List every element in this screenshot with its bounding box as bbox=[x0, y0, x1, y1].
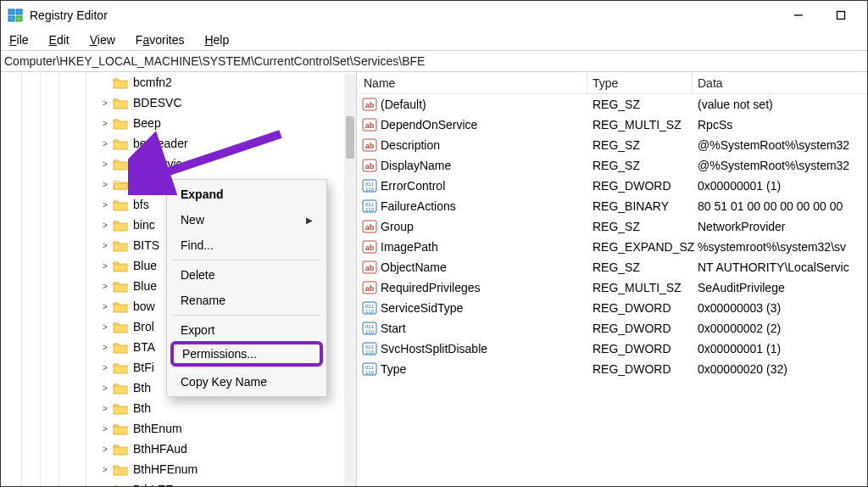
cm-export[interactable]: Export bbox=[169, 317, 325, 343]
list-row[interactable]: GroupREG_SZNetworkProvider bbox=[357, 216, 867, 237]
value-type: REG_DWORD bbox=[587, 362, 693, 376]
expand-chevron-icon[interactable]: > bbox=[99, 443, 111, 455]
menu-view[interactable]: View bbox=[85, 32, 120, 48]
tree-item[interactable]: bcmfn2 bbox=[1, 72, 356, 92]
menu-edit[interactable]: Edit bbox=[44, 32, 75, 48]
folder-icon bbox=[113, 382, 128, 395]
tree-item[interactable]: >Beep bbox=[1, 113, 356, 133]
value-data: 0x00000020 (32) bbox=[693, 362, 867, 376]
expand-chevron-icon[interactable]: > bbox=[99, 382, 111, 394]
value-name: FailureActions bbox=[381, 199, 587, 213]
list-row[interactable]: RequiredPrivilegesREG_MULTI_SZSeAuditPri… bbox=[357, 277, 867, 298]
expand-chevron-icon[interactable]: > bbox=[99, 178, 111, 190]
value-type: REG_BINARY bbox=[587, 199, 693, 213]
list-row[interactable]: TypeREG_DWORD0x00000020 (32) bbox=[357, 359, 867, 379]
value-name: ErrorControl bbox=[381, 179, 587, 193]
list-row[interactable]: ObjectNameREG_SZNT AUTHORITY\LocalServic bbox=[357, 257, 867, 277]
folder-icon bbox=[113, 402, 128, 415]
value-data: 0x00000002 (2) bbox=[693, 322, 867, 335]
value-data: 0x00000001 (1) bbox=[693, 342, 867, 355]
expand-chevron-icon[interactable]: > bbox=[99, 361, 111, 373]
list-row[interactable]: DescriptionREG_SZ@%SystemRoot%\system32 bbox=[357, 135, 867, 155]
reg-binary-icon bbox=[362, 178, 377, 193]
col-header-data[interactable]: Data bbox=[693, 72, 867, 93]
list-row[interactable]: SvcHostSplitDisableREG_DWORD0x00000001 (… bbox=[357, 339, 867, 359]
tree-item-label: Bth bbox=[131, 400, 153, 416]
tree-item-label: bow bbox=[131, 299, 157, 314]
expand-chevron-icon[interactable]: > bbox=[99, 423, 111, 434]
expand-chevron-icon[interactable]: > bbox=[99, 402, 111, 414]
value-type: REG_DWORD bbox=[587, 342, 693, 355]
list-header[interactable]: Name Type Data bbox=[357, 72, 867, 94]
cm-new[interactable]: New ▶ bbox=[169, 207, 325, 232]
list-pane[interactable]: Name Type Data (Default)REG_SZ(value not… bbox=[357, 72, 867, 486]
expand-chevron-icon[interactable]: > bbox=[99, 137, 111, 149]
tree-item[interactable]: >BDESVC bbox=[1, 92, 356, 113]
expand-chevron-icon[interactable]: > bbox=[99, 280, 111, 292]
folder-icon bbox=[113, 199, 128, 211]
list-row[interactable]: (Default)REG_SZ(value not set) bbox=[357, 94, 867, 115]
address-bar[interactable]: Computer\HKEY_LOCAL_MACHINE\SYSTEM\Curre… bbox=[1, 50, 867, 72]
expand-chevron-icon[interactable]: > bbox=[99, 199, 111, 210]
col-header-name[interactable]: Name bbox=[357, 72, 587, 93]
menu-favorites[interactable]: Favorites bbox=[131, 32, 190, 48]
expand-chevron-icon[interactable]: > bbox=[99, 463, 111, 475]
minimize-button[interactable] bbox=[787, 4, 810, 26]
expand-chevron-icon[interactable]: > bbox=[99, 239, 111, 251]
cm-delete[interactable]: Delete bbox=[169, 262, 325, 288]
expand-chevron-icon[interactable]: > bbox=[99, 484, 111, 486]
svg-rect-2 bbox=[8, 16, 14, 21]
expand-chevron-icon[interactable]: > bbox=[99, 341, 111, 353]
expand-chevron-icon[interactable]: > bbox=[99, 158, 111, 170]
tree-pane[interactable]: bcmfn2>BDESVC>Beep>bertreader>BEServic>B… bbox=[1, 72, 357, 486]
reg-string-icon bbox=[362, 117, 377, 132]
list-row[interactable]: DependOnServiceREG_MULTI_SZRpcSs bbox=[357, 115, 867, 135]
expand-chevron-icon[interactable]: > bbox=[99, 260, 111, 271]
value-type: REG_DWORD bbox=[587, 322, 693, 335]
list-row[interactable]: ImagePathREG_EXPAND_SZ%systemroot%\syste… bbox=[357, 237, 867, 257]
value-name: Group bbox=[381, 220, 587, 233]
cm-permissions[interactable]: Permissions... bbox=[170, 341, 323, 367]
tree-item[interactable]: >BthHFAud bbox=[1, 439, 356, 459]
col-header-type[interactable]: Type bbox=[587, 72, 693, 93]
cm-copy-key-name[interactable]: Copy Key Name bbox=[169, 369, 325, 395]
list-row[interactable]: ServiceSidTypeREG_DWORD0x00000003 (3) bbox=[357, 298, 867, 318]
tree-item-label: BthEnum bbox=[131, 421, 184, 436]
value-data: RpcSs bbox=[693, 118, 867, 132]
value-name: RequiredPrivileges bbox=[381, 281, 587, 294]
expand-chevron-icon[interactable]: > bbox=[99, 219, 111, 231]
expand-chevron-icon[interactable]: > bbox=[99, 117, 111, 129]
value-type: REG_MULTI_SZ bbox=[587, 118, 693, 132]
cm-rename[interactable]: Rename bbox=[169, 288, 325, 313]
reg-binary-icon bbox=[362, 321, 377, 336]
tree-item-label: bcmfn2 bbox=[131, 75, 174, 90]
expand-chevron-icon[interactable]: > bbox=[99, 97, 111, 109]
list-row[interactable]: ErrorControlREG_DWORD0x00000001 (1) bbox=[357, 176, 867, 196]
value-type: REG_SZ bbox=[587, 260, 693, 274]
chevron-right-icon: ▶ bbox=[306, 216, 313, 225]
tree-item-label: BthHFEnum bbox=[131, 462, 199, 477]
reg-string-icon bbox=[362, 280, 377, 295]
cm-find[interactable]: Find... bbox=[169, 232, 325, 258]
expand-chevron-icon[interactable]: > bbox=[99, 321, 111, 333]
scrollbar-thumb[interactable] bbox=[346, 116, 354, 159]
maximize-button[interactable] bbox=[830, 4, 852, 26]
tree-item[interactable]: >BthEnum bbox=[1, 418, 356, 439]
tree-item[interactable]: >Bth bbox=[1, 398, 356, 418]
folder-icon bbox=[113, 137, 128, 150]
cm-expand[interactable]: Expand bbox=[169, 182, 325, 207]
tree-item[interactable]: >BthHFEnum bbox=[1, 459, 356, 479]
tree-item[interactable]: >BthLEEnum bbox=[1, 479, 356, 486]
list-row[interactable]: DisplayNameREG_SZ@%SystemRoot%\system32 bbox=[357, 155, 867, 176]
folder-icon bbox=[113, 158, 128, 171]
list-row[interactable]: FailureActionsREG_BINARY80 51 01 00 00 0… bbox=[357, 196, 867, 216]
tree-item[interactable]: >bertreader bbox=[1, 133, 356, 154]
tree-scrollbar[interactable] bbox=[344, 74, 356, 486]
expand-chevron-icon[interactable]: > bbox=[99, 300, 111, 312]
reg-string-icon bbox=[362, 239, 377, 255]
list-row[interactable]: StartREG_DWORD0x00000002 (2) bbox=[357, 318, 867, 339]
tree-item[interactable]: >BEServic bbox=[1, 154, 356, 174]
svg-rect-0 bbox=[8, 9, 14, 14]
menu-file[interactable]: File bbox=[4, 32, 34, 48]
menu-help[interactable]: Help bbox=[199, 32, 234, 48]
